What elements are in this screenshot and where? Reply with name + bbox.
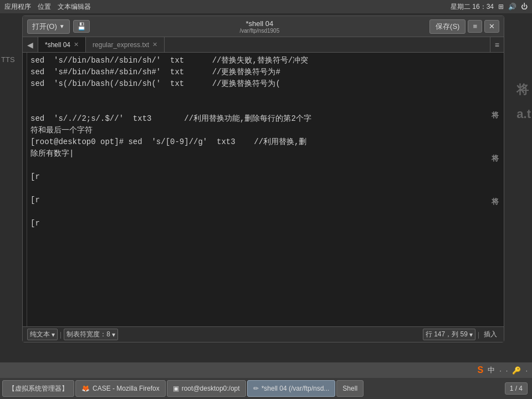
- taskbar-shell[interactable]: Shell: [336, 380, 364, 397]
- app-menu-editor[interactable]: 文本编辑器: [58, 2, 91, 12]
- ime-dot2: ∙: [506, 366, 508, 375]
- editor-gutter: [23, 53, 27, 326]
- side-overflow-chars: 将 a.t: [516, 78, 531, 126]
- open-arrow-icon: ▼: [59, 23, 65, 29]
- text-type-arrow: ▾: [52, 331, 55, 339]
- editor-right-overflow: 将 将 将: [486, 53, 504, 326]
- window-titlebar: 打开(O) ▼ 💾 *shell 04 /var/ftp/nsd1905 保存(…: [23, 16, 504, 37]
- datetime-label: 星期二 16：34: [451, 2, 494, 12]
- audio-icon: 🔊: [508, 3, 516, 11]
- status-divider-1: |: [60, 331, 62, 339]
- tab-bar: ◀ *shell 04 ✕ regular_express.txt ✕ ≡: [23, 37, 504, 53]
- taskbar-firefox-icon: 🦊: [81, 385, 90, 392]
- tab-back-button[interactable]: ◀: [23, 37, 38, 52]
- editor-line-8: [root@desktop0 opt]# sed 's/[0-9]//g' tx…: [30, 137, 306, 146]
- right-char-1: 将: [492, 110, 499, 120]
- window-titlebar-left: 打开(O) ▼ 💾: [27, 19, 90, 34]
- close-button[interactable]: ✕: [484, 20, 499, 33]
- tab-shell04[interactable]: *shell 04 ✕: [38, 37, 86, 52]
- ime-dot1: ∙: [499, 366, 502, 375]
- text-type-dropdown[interactable]: 纯文本 ▾: [27, 329, 58, 340]
- editor-line-2: sed 's#/bin/bash#/sbin/sh#' txt //更换替换符号…: [30, 68, 280, 76]
- editor-line-9: 除所有数字|: [30, 149, 74, 158]
- position-dropdown[interactable]: 行 147，列 59 ▾: [423, 329, 475, 340]
- editor-line-7: 符和最后一个字符: [30, 126, 93, 135]
- tab-regular-express[interactable]: regular_express.txt ✕: [86, 37, 165, 52]
- taskbar-vm-manager[interactable]: 【虚拟系统管理器】: [2, 380, 74, 397]
- ime-zh-btn[interactable]: 中: [488, 365, 495, 375]
- system-bar-right: 星期二 16：34 ⊞ 🔊 ⏻: [451, 2, 528, 12]
- power-icon: ⏻: [521, 3, 528, 11]
- editor-line-3: sed 's(/bin/bash(/sbin/sh(' txt //更换替换符号…: [30, 79, 280, 88]
- taskbar-terminal[interactable]: ▣ root@desktop0:/opt: [167, 380, 246, 397]
- save-icon-button[interactable]: 💾: [73, 20, 90, 33]
- ime-sogou-icon: S: [477, 365, 483, 375]
- tab-menu-button[interactable]: ≡: [490, 37, 504, 52]
- tab-spacer: [165, 37, 490, 52]
- taskbar-terminal-label: root@desktop0:/opt: [182, 385, 240, 392]
- ime-dot3: ∙: [525, 366, 528, 375]
- taskbar-right: 1 / 4: [505, 382, 530, 395]
- taskbar-firefox-label: CASE - Mozilla Firefox: [93, 385, 160, 392]
- app-menu-position[interactable]: 位置: [38, 2, 51, 12]
- insert-mode: 插入: [482, 330, 499, 339]
- app-menu-apps[interactable]: 应用程序: [4, 2, 31, 12]
- open-button[interactable]: 打开(O) ▼: [27, 19, 70, 34]
- system-bar: 应用程序 位置 文本编辑器 星期二 16：34 ⊞ 🔊 ⏻: [0, 0, 532, 13]
- editor-line-11: [r: [30, 172, 40, 181]
- window-titlebar-right: 保存(S) ≡ ✕: [429, 19, 499, 34]
- ime-key-icon[interactable]: 🔑: [512, 366, 521, 375]
- taskbar-vm-label: 【虚拟系统管理器】: [8, 384, 68, 393]
- taskbar-shell04-icon: ✏: [253, 385, 259, 392]
- right-char-3: 将: [492, 197, 499, 207]
- editor-line-15: [r: [30, 219, 40, 228]
- tab-shell04-label: *shell 04: [45, 41, 70, 49]
- network-icon: ⊞: [498, 3, 504, 11]
- taskbar-firefox[interactable]: 🦊 CASE - Mozilla Firefox: [75, 380, 166, 397]
- side-char-ji: 将: [516, 78, 531, 102]
- taskbar-terminal-icon: ▣: [173, 385, 179, 392]
- editor-content[interactable]: sed 's//bin/bash//sbin/sh/' txt //替换失败,替…: [27, 53, 486, 326]
- tab-width-dropdown[interactable]: 制表符宽度：8 ▾: [64, 329, 118, 340]
- tab-regular-label: regular_express.txt: [93, 41, 149, 49]
- taskbar-shell-label: Shell: [342, 385, 357, 392]
- editor-line-13: [r: [30, 196, 40, 204]
- app-window: 打开(O) ▼ 💾 *shell 04 /var/ftp/nsd1905 保存(…: [22, 16, 504, 342]
- editor-area: sed 's//bin/bash//sbin/sh/' txt //替换失败,替…: [23, 53, 504, 326]
- save-button[interactable]: 保存(S): [429, 19, 466, 34]
- taskbar-pager: 1 / 4: [505, 382, 528, 395]
- tts-label: TTS: [1, 55, 15, 64]
- taskbar-shell04-label: *shell 04 (/var/ftp/nsd...: [262, 385, 330, 392]
- side-char-a: a.t: [516, 102, 531, 126]
- taskbar-shell04[interactable]: ✏ *shell 04 (/var/ftp/nsd...: [247, 380, 336, 397]
- status-bar: 纯文本 ▾ | 制表符宽度：8 ▾ 行 147，列 59 ▾ | 插入: [23, 326, 504, 342]
- editor-line-1: sed 's//bin/bash//sbin/sh/' txt //替换失败,替…: [30, 56, 308, 65]
- position-arrow: ▾: [469, 331, 473, 339]
- right-char-2: 将: [492, 154, 499, 163]
- window-title: *shell 04 /var/ftp/nsd1905: [90, 19, 429, 34]
- ime-bar: S 中 ∙ ∙ 🔑 ∙: [0, 362, 532, 378]
- system-bar-left: 应用程序 位置 文本编辑器: [4, 2, 91, 12]
- menu-button[interactable]: ≡: [468, 20, 482, 33]
- editor-line-6: sed 's/.//2;s/.$//' txt3 //利用替换功能,删除每行的第…: [30, 114, 311, 123]
- status-divider-2: |: [478, 331, 479, 339]
- tab-width-arrow: ▾: [112, 331, 115, 339]
- taskbar: 【虚拟系统管理器】 🦊 CASE - Mozilla Firefox ▣ roo…: [0, 378, 532, 399]
- tab-regular-close[interactable]: ✕: [152, 41, 157, 48]
- tab-shell04-close[interactable]: ✕: [74, 41, 79, 48]
